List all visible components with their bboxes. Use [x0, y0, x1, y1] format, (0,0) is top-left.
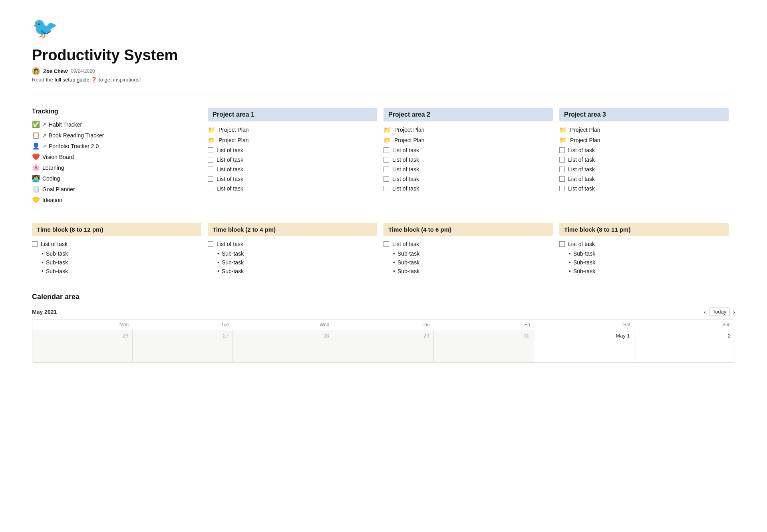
list-item[interactable]: List of task [208, 241, 377, 247]
subtask-item: •Sub-task [569, 259, 729, 266]
calendar-day-sun: Sun [634, 320, 735, 330]
tracking-item-label: Goal Planner [42, 186, 75, 193]
list-item[interactable]: List of task [208, 166, 377, 173]
author-avatar: 👩 [32, 67, 40, 75]
list-item[interactable]: 👩‍💻 Coding [32, 175, 201, 182]
task-checkbox[interactable] [384, 167, 389, 172]
calendar-day-wed: Wed [233, 320, 333, 330]
list-item[interactable]: List of task [559, 166, 729, 173]
calendar-cell[interactable]: 26 [32, 330, 133, 362]
list-item[interactable]: 📁Project Plan [384, 137, 553, 144]
learning-icon: 🌸 [32, 164, 40, 171]
tracking-item-label: Portfolio Tracker 2.0 [49, 143, 99, 149]
task-checkbox[interactable] [559, 186, 565, 191]
list-item[interactable]: List of task [208, 176, 377, 182]
list-item[interactable]: List of task [208, 147, 377, 153]
project-area-1-list: 📁Project Plan 📁Project Plan List of task… [208, 126, 377, 192]
calendar-cell[interactable]: 28 [233, 330, 333, 362]
time-block-2-subtasks: •Sub-task •Sub-task •Sub-task [217, 250, 377, 274]
list-item[interactable]: List of task [559, 176, 729, 182]
list-item[interactable]: List of task [32, 241, 201, 247]
tracking-item-label: Ideation [42, 197, 62, 203]
tracking-header: Tracking [32, 108, 201, 115]
list-item[interactable]: 📁Project Plan [208, 126, 377, 133]
task-checkbox[interactable] [32, 241, 38, 247]
list-item[interactable]: List of task [384, 176, 553, 182]
author-name: Zoe Chew [43, 68, 68, 74]
list-item[interactable]: List of task [384, 147, 553, 153]
setup-guide-link[interactable]: full setup guide [54, 77, 89, 83]
list-item[interactable]: ❤️ Vision Board [32, 153, 201, 161]
list-item[interactable]: List of task [208, 185, 377, 192]
project-plan-icon: 📁 [384, 137, 391, 144]
task-checkbox[interactable] [208, 176, 213, 182]
vision-board-icon: ❤️ [32, 153, 40, 161]
habit-tracker-icon: ✅ [32, 121, 40, 128]
list-item[interactable]: 📁Project Plan [559, 126, 729, 133]
calendar-prev-button[interactable]: ‹ [704, 309, 706, 315]
project-area-1-header: Project area 1 [208, 108, 377, 121]
task-checkbox[interactable] [208, 241, 213, 247]
time-block-4-tasks: List of task [559, 241, 729, 247]
task-checkbox[interactable] [559, 167, 565, 172]
calendar-section-title: Calendar area [32, 293, 735, 301]
calendar-cell[interactable]: 29 [333, 330, 433, 362]
task-checkbox[interactable] [559, 157, 565, 163]
subtask-item: •Sub-task [393, 259, 553, 266]
list-item[interactable]: List of task [384, 241, 553, 247]
list-item[interactable]: List of task [559, 147, 729, 153]
task-checkbox[interactable] [384, 241, 389, 247]
subtask-item: •Sub-task [217, 268, 377, 274]
calendar-grid: Mon Tue Wed Thu Fri Sat Sun 26 27 28 29 … [32, 319, 735, 363]
list-item[interactable]: List of task [384, 157, 553, 163]
time-block-3-subtasks: •Sub-task •Sub-task •Sub-task [393, 250, 553, 274]
task-checkbox[interactable] [384, 176, 389, 182]
bullet-icon: • [393, 268, 395, 274]
task-checkbox[interactable] [559, 176, 565, 182]
task-checkbox[interactable] [384, 186, 389, 191]
task-checkbox[interactable] [208, 186, 213, 191]
author-row: 👩 Zoe Chew 09/24/2020 [32, 67, 735, 75]
list-item[interactable]: 📁Project Plan [384, 126, 553, 133]
page-description: Read the full setup guide ❓ to get inspi… [32, 77, 735, 83]
calendar-today-label[interactable]: Today [709, 308, 730, 316]
calendar-cell[interactable]: 30 [434, 330, 534, 362]
tracking-item-label: Coding [42, 175, 60, 182]
list-item[interactable]: 📁Project Plan [208, 137, 377, 144]
list-item[interactable]: List of task [559, 157, 729, 163]
list-item[interactable]: 📁Project Plan [559, 137, 729, 144]
tracking-column: Tracking ✅ ↗ Habit Tracker 📋 ↗ Book Read… [32, 108, 208, 207]
task-checkbox[interactable] [208, 157, 213, 163]
list-item[interactable]: 🗒️ Goal Planner [32, 185, 201, 193]
list-item[interactable]: List of task [384, 185, 553, 192]
time-block-3-tasks: List of task [384, 241, 553, 247]
task-checkbox[interactable] [208, 147, 213, 153]
list-item[interactable]: List of task [559, 185, 729, 192]
list-item[interactable]: List of task [384, 166, 553, 173]
list-item[interactable]: 🌸 Learning [32, 164, 201, 171]
list-item[interactable]: 📋 ↗ Book Reading Tracker [32, 131, 201, 139]
calendar-cell[interactable]: 2 [634, 330, 735, 362]
time-block-2-tasks: List of task [208, 241, 377, 247]
calendar-cell[interactable]: May 1 [534, 330, 634, 362]
list-item[interactable]: List of task [559, 241, 729, 247]
task-checkbox[interactable] [559, 147, 565, 153]
tracking-item-label: Book Reading Tracker [49, 132, 104, 139]
task-checkbox[interactable] [384, 147, 389, 153]
task-checkbox[interactable] [559, 241, 565, 247]
task-checkbox[interactable] [384, 157, 389, 163]
project-area-2-header: Project area 2 [384, 108, 553, 121]
subtask-item: •Sub-task [42, 268, 201, 274]
calendar-cell[interactable]: 27 [133, 330, 233, 362]
calendar-day-fri: Fri [434, 320, 534, 330]
time-block-3: Time block (4 to 6 pm) List of task •Sub… [384, 223, 559, 277]
task-checkbox[interactable] [208, 167, 213, 172]
list-item[interactable]: List of task [208, 157, 377, 163]
time-block-1: Time block (8 to 12 pm) List of task •Su… [32, 223, 208, 277]
list-item[interactable]: ✅ ↗ Habit Tracker [32, 121, 201, 128]
calendar-next-button[interactable]: › [733, 309, 735, 315]
list-item[interactable]: 👤 ↗ Portfolio Tracker 2.0 [32, 142, 201, 150]
subtask-item: •Sub-task [393, 268, 553, 274]
list-item[interactable]: 💛 Ideation [32, 196, 201, 204]
arrow-icon: ↗ [42, 133, 46, 138]
